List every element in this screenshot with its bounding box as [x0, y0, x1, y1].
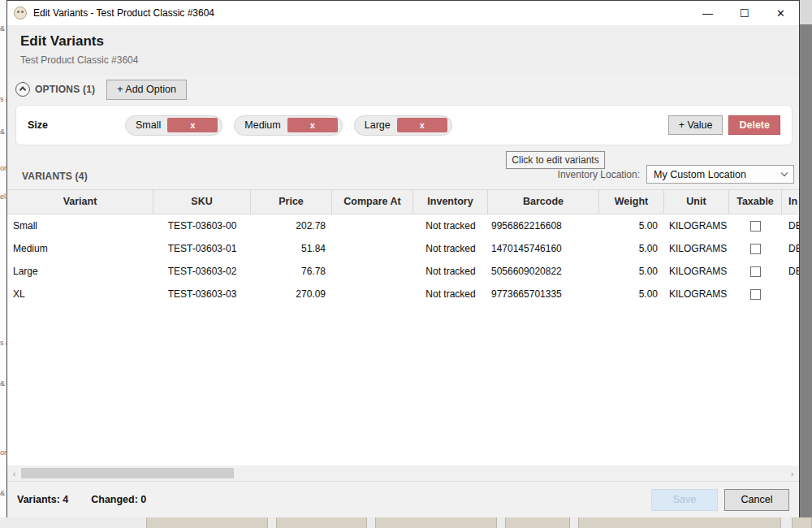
- barcode-cell[interactable]: 1470145746160: [488, 237, 599, 260]
- taxable-cell: [729, 283, 782, 305]
- inventory-policy-cell[interactable]: DEN: [782, 214, 799, 237]
- background-table-column: [375, 517, 497, 528]
- inventory-location-select[interactable]: My Custom Location: [646, 165, 794, 184]
- background-text-fragment: el: [0, 193, 6, 201]
- option-value-chip: Medium x: [234, 115, 342, 136]
- column-header[interactable]: In: [782, 190, 799, 214]
- scroll-right-arrow[interactable]: ›: [785, 466, 799, 480]
- window-title: Edit Variants - Test Product Classic #36…: [33, 7, 214, 19]
- taxable-checkbox[interactable]: [750, 221, 761, 232]
- option-card: Size Small x Medium x Large x + Value De…: [15, 105, 793, 145]
- table-row[interactable]: XL TEST-03603-03 270.09 Not tracked 9773…: [7, 283, 799, 305]
- unit-cell[interactable]: KILOGRAMS: [664, 283, 729, 305]
- price-cell[interactable]: 51.84: [251, 237, 332, 260]
- scroll-left-arrow[interactable]: ‹: [7, 466, 21, 480]
- background-text-fragment: &: [0, 128, 5, 136]
- table-row[interactable]: Large TEST-03603-02 76.78 Not tracked 50…: [7, 260, 799, 283]
- page-subtitle: Test Product Classic #3604: [20, 54, 786, 66]
- variant-cell[interactable]: Medium: [7, 237, 153, 260]
- compare-at-cell[interactable]: [332, 237, 413, 260]
- variants-section-label: VARIANTS (4): [22, 171, 88, 182]
- remove-value-button[interactable]: x: [397, 118, 447, 132]
- compare-at-cell[interactable]: [332, 214, 413, 237]
- close-button[interactable]: ✕: [762, 1, 799, 25]
- sku-cell[interactable]: TEST-03603-02: [153, 260, 251, 283]
- column-header[interactable]: Variant: [7, 190, 153, 214]
- variant-cell[interactable]: XL: [7, 283, 153, 305]
- remove-value-button[interactable]: x: [167, 118, 218, 132]
- option-value-chip: Large x: [354, 115, 452, 136]
- column-header[interactable]: Inventory: [413, 190, 488, 214]
- inventory-cell[interactable]: Not tracked: [413, 283, 488, 305]
- horizontal-scrollbar[interactable]: ‹ ›: [7, 466, 799, 480]
- background-text-fragment: or: [0, 448, 6, 457]
- inventory-location-label: Inventory Location:: [558, 169, 640, 180]
- weight-cell[interactable]: 5.00: [599, 260, 664, 283]
- minimize-button[interactable]: —: [689, 1, 726, 25]
- price-cell[interactable]: 76.78: [251, 260, 332, 283]
- unit-cell[interactable]: KILOGRAMS: [664, 237, 729, 260]
- background-table-column: [276, 517, 367, 528]
- maximize-button[interactable]: ☐: [726, 1, 762, 25]
- option-value-label: Large: [365, 119, 391, 131]
- background-table-column: [505, 517, 570, 528]
- add-option-button[interactable]: + Add Option: [106, 80, 187, 100]
- app-icon: [14, 6, 27, 19]
- changed-count: Changed: 0: [91, 494, 146, 505]
- barcode-cell[interactable]: 9956862216608: [488, 214, 599, 237]
- inventory-policy-cell[interactable]: DEN: [782, 260, 799, 283]
- table-row[interactable]: Small TEST-03603-00 202.78 Not tracked 9…: [7, 214, 799, 237]
- variants-table: Variant SKU Price Compare At Inventory B…: [7, 189, 799, 465]
- taxable-checkbox[interactable]: [750, 244, 761, 254]
- option-value-chip: Small x: [125, 115, 222, 136]
- sku-cell[interactable]: TEST-03603-01: [153, 237, 251, 260]
- add-value-button[interactable]: + Value: [668, 115, 723, 135]
- desktop-strip: [800, 0, 812, 24]
- column-header[interactable]: Taxable: [729, 190, 782, 214]
- weight-cell[interactable]: 5.00: [599, 283, 664, 305]
- taxable-checkbox[interactable]: [750, 266, 761, 277]
- inventory-cell[interactable]: Not tracked: [413, 237, 488, 260]
- background-table-column: [792, 517, 812, 528]
- column-header[interactable]: Unit: [664, 190, 729, 214]
- background-text-fragment: or: [0, 164, 6, 172]
- option-value-label: Small: [136, 119, 161, 131]
- edit-variants-window: Edit Variants - Test Product Classic #36…: [6, 0, 800, 517]
- scrollbar-thumb[interactable]: [21, 468, 234, 478]
- column-header[interactable]: Barcode: [488, 190, 599, 214]
- variant-cell[interactable]: Small: [7, 214, 153, 237]
- cancel-button[interactable]: Cancel: [724, 489, 789, 511]
- variant-cell[interactable]: Large: [7, 260, 153, 283]
- column-header[interactable]: Weight: [599, 190, 664, 214]
- inventory-policy-cell[interactable]: [782, 283, 799, 305]
- barcode-cell[interactable]: 9773665701335: [488, 283, 599, 305]
- chevron-up-icon: [19, 86, 26, 93]
- save-button[interactable]: Save: [651, 489, 718, 511]
- taxable-checkbox[interactable]: [750, 289, 761, 300]
- sku-cell[interactable]: TEST-03603-00: [153, 214, 251, 237]
- column-header[interactable]: Compare At: [332, 190, 413, 214]
- desktop-strip: [800, 24, 812, 528]
- price-cell[interactable]: 270.09: [251, 283, 332, 305]
- title-bar[interactable]: Edit Variants - Test Product Classic #36…: [7, 1, 799, 25]
- compare-at-cell[interactable]: [332, 283, 413, 305]
- remove-value-button[interactable]: x: [287, 118, 338, 132]
- collapse-options-button[interactable]: [15, 82, 30, 97]
- price-cell[interactable]: 202.78: [251, 214, 332, 237]
- sku-cell[interactable]: TEST-03603-03: [153, 283, 251, 305]
- delete-option-button[interactable]: Delete: [728, 115, 780, 135]
- inventory-cell[interactable]: Not tracked: [413, 214, 488, 237]
- background-text-fragment: &: [0, 24, 5, 32]
- inventory-cell[interactable]: Not tracked: [413, 260, 488, 283]
- weight-cell[interactable]: 5.00: [599, 214, 664, 237]
- inventory-policy-cell[interactable]: DEN: [782, 237, 799, 260]
- unit-cell[interactable]: KILOGRAMS: [664, 260, 729, 283]
- table-row[interactable]: Medium TEST-03603-01 51.84 Not tracked 1…: [7, 237, 799, 260]
- weight-cell[interactable]: 5.00: [599, 237, 664, 260]
- compare-at-cell[interactable]: [332, 260, 413, 283]
- unit-cell[interactable]: KILOGRAMS: [664, 214, 729, 237]
- barcode-cell[interactable]: 5056609020822: [488, 260, 599, 283]
- column-header[interactable]: SKU: [153, 190, 251, 214]
- column-header[interactable]: Price: [251, 190, 332, 214]
- taxable-cell: [729, 237, 782, 260]
